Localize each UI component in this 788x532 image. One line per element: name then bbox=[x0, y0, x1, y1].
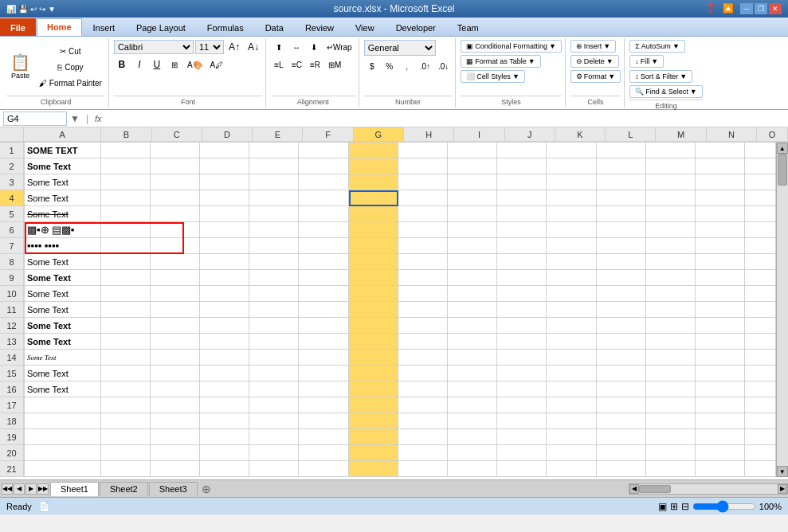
cell-e8[interactable] bbox=[249, 254, 299, 270]
cell-i20[interactable] bbox=[448, 445, 497, 461]
cell-d4[interactable] bbox=[200, 190, 249, 206]
cell-i12[interactable] bbox=[448, 318, 497, 334]
cell-e4[interactable] bbox=[249, 190, 299, 206]
cell-g11[interactable] bbox=[349, 302, 398, 318]
cell-n15[interactable] bbox=[696, 366, 745, 381]
tab-formulas[interactable]: Formulas bbox=[197, 18, 254, 36]
cell-f7[interactable] bbox=[299, 238, 348, 254]
cell-k5[interactable] bbox=[547, 206, 596, 222]
cell-c11[interactable] bbox=[151, 302, 200, 318]
help-icon[interactable]: ❓ bbox=[705, 3, 716, 14]
cell-l10[interactable] bbox=[597, 286, 646, 302]
cell-j3[interactable] bbox=[497, 174, 547, 190]
cell-o9[interactable] bbox=[745, 270, 775, 286]
cell-m6[interactable] bbox=[646, 222, 696, 238]
cell-j6[interactable] bbox=[497, 222, 547, 238]
cell-b10[interactable] bbox=[101, 286, 151, 302]
cell-n1[interactable] bbox=[696, 143, 745, 158]
copy-button[interactable]: ⎘ Copy bbox=[36, 60, 105, 74]
cell-e20[interactable] bbox=[249, 445, 299, 461]
cell-d10[interactable] bbox=[200, 286, 249, 302]
cell-l1[interactable] bbox=[597, 143, 646, 158]
cell-h9[interactable] bbox=[398, 270, 448, 286]
cell-f13[interactable] bbox=[299, 334, 348, 350]
cell-c12[interactable] bbox=[151, 318, 200, 334]
font-color-button[interactable]: A🖊 bbox=[207, 57, 227, 72]
scrollbar-right-button[interactable]: ▶ bbox=[778, 484, 787, 494]
cell-h18[interactable] bbox=[398, 413, 448, 429]
cell-l9[interactable] bbox=[597, 270, 646, 286]
cell-k11[interactable] bbox=[547, 302, 596, 318]
cell-d3[interactable] bbox=[200, 174, 249, 190]
cell-d14[interactable] bbox=[200, 350, 249, 366]
cell-g8[interactable] bbox=[349, 254, 398, 270]
row-header-16[interactable]: 16 bbox=[0, 381, 24, 397]
cell-n17[interactable] bbox=[696, 397, 745, 413]
cell-i14[interactable] bbox=[448, 350, 497, 366]
page-layout-view-button[interactable]: ⊞ bbox=[670, 501, 678, 512]
cell-k6[interactable] bbox=[547, 222, 596, 238]
cell-j15[interactable] bbox=[497, 366, 547, 381]
cell-j7[interactable] bbox=[497, 238, 547, 254]
cell-e1[interactable] bbox=[249, 143, 299, 158]
cell-l18[interactable] bbox=[597, 413, 646, 429]
cell-k1[interactable] bbox=[547, 143, 596, 158]
cell-c14[interactable] bbox=[151, 350, 200, 366]
row-header-5[interactable]: 5 bbox=[0, 206, 24, 222]
cell-g12[interactable] bbox=[349, 318, 398, 334]
cell-c9[interactable] bbox=[151, 270, 200, 286]
cell-a7[interactable]: ▪▪▪▪ ▪▪▪▪ bbox=[25, 238, 101, 254]
row-header-19[interactable]: 19 bbox=[0, 429, 24, 445]
cell-d9[interactable] bbox=[200, 270, 249, 286]
cell-k3[interactable] bbox=[547, 174, 596, 190]
row-header-2[interactable]: 2 bbox=[0, 158, 24, 174]
cell-c18[interactable] bbox=[151, 413, 200, 429]
cell-d21[interactable] bbox=[200, 461, 249, 477]
currency-button[interactable]: $ bbox=[364, 59, 380, 73]
cell-e9[interactable] bbox=[249, 270, 299, 286]
cell-n12[interactable] bbox=[696, 318, 745, 334]
cell-g3[interactable] bbox=[349, 174, 398, 190]
tab-view[interactable]: View bbox=[345, 18, 385, 36]
cell-b12[interactable] bbox=[101, 318, 151, 334]
cell-f5[interactable] bbox=[299, 206, 348, 222]
increase-decimal-button[interactable]: .0↑ bbox=[417, 59, 433, 73]
cell-c20[interactable] bbox=[151, 445, 200, 461]
cell-l19[interactable] bbox=[597, 429, 646, 445]
cell-o1[interactable] bbox=[745, 143, 775, 158]
cell-d11[interactable] bbox=[200, 302, 249, 318]
insert-button[interactable]: ⊕ Insert ▼ bbox=[570, 40, 616, 53]
cell-h3[interactable] bbox=[398, 174, 448, 190]
cell-h14[interactable] bbox=[398, 350, 448, 366]
cell-c17[interactable] bbox=[151, 397, 200, 413]
cell-d17[interactable] bbox=[200, 397, 249, 413]
cell-a17[interactable] bbox=[25, 397, 101, 413]
cell-g1[interactable] bbox=[349, 143, 398, 158]
cell-a15[interactable]: Some Text bbox=[25, 366, 101, 381]
cell-i8[interactable] bbox=[448, 254, 497, 270]
cell-i10[interactable] bbox=[448, 286, 497, 302]
cell-f14[interactable] bbox=[299, 350, 348, 366]
fill-color-button[interactable]: A🎨 bbox=[184, 57, 206, 72]
row-header-13[interactable]: 13 bbox=[0, 334, 24, 350]
cell-b14[interactable] bbox=[101, 350, 151, 366]
cell-d15[interactable] bbox=[200, 366, 249, 381]
cell-m5[interactable] bbox=[646, 206, 696, 222]
font-name-select[interactable]: Calibri bbox=[114, 40, 194, 54]
cell-j8[interactable] bbox=[497, 254, 547, 270]
cell-j10[interactable] bbox=[497, 286, 547, 302]
cell-i19[interactable] bbox=[448, 429, 497, 445]
cell-a19[interactable] bbox=[25, 429, 101, 445]
cell-m3[interactable] bbox=[646, 174, 696, 190]
tab-page-layout[interactable]: Page Layout bbox=[126, 18, 196, 36]
align-top-button[interactable]: ⬆ bbox=[271, 40, 287, 54]
row-header-4[interactable]: 4 bbox=[0, 190, 24, 206]
row-header-1[interactable]: 1 bbox=[0, 143, 24, 158]
row-header-18[interactable]: 18 bbox=[0, 413, 24, 429]
bold-button[interactable]: B bbox=[114, 57, 130, 72]
format-table-dropdown[interactable]: ▼ bbox=[528, 57, 535, 65]
cell-i17[interactable] bbox=[448, 397, 497, 413]
cell-o13[interactable] bbox=[745, 334, 775, 350]
sheet-nav-first[interactable]: ◀◀ bbox=[2, 483, 13, 495]
cell-h13[interactable] bbox=[398, 334, 448, 350]
